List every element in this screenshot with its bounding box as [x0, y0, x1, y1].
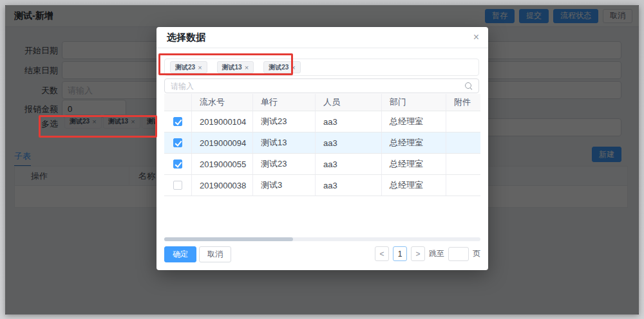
col-person: 人员	[316, 94, 382, 111]
search-box	[164, 78, 479, 93]
page-unit-label: 页	[473, 248, 480, 259]
jump-page-input[interactable]	[448, 247, 469, 261]
col-attach: 附件	[446, 94, 480, 111]
modal-tag[interactable]: 测试23×	[263, 61, 301, 73]
select-data-modal: 选择数据 × 测试23× 测试13× 测试23× 流水号 单行 人员 部门 附件…	[156, 27, 488, 270]
horizontal-scrollbar[interactable]	[164, 237, 480, 241]
modal-header: 选择数据 ×	[156, 27, 488, 48]
next-page-icon[interactable]: >	[411, 246, 425, 261]
close-icon[interactable]: ×	[473, 32, 479, 42]
scrollbar-thumb[interactable]	[164, 237, 293, 241]
prev-page-icon[interactable]: <	[375, 246, 389, 261]
col-serial: 流水号	[192, 94, 253, 111]
header-checkbox-cell	[164, 94, 192, 111]
modal-tag[interactable]: 测试13×	[217, 61, 254, 73]
data-table: 流水号 单行 人员 部门 附件 2019000104 测试23 aa3 总经理室…	[164, 94, 480, 196]
search-icon[interactable]	[465, 82, 473, 90]
modal-cancel-button[interactable]: 取消	[199, 246, 231, 262]
row-checkbox[interactable]	[173, 160, 182, 169]
modal-tag[interactable]: 测试23×	[170, 61, 207, 73]
row-checkbox[interactable]	[173, 138, 182, 147]
col-dept: 部门	[382, 94, 446, 111]
search-input[interactable]	[171, 79, 462, 93]
pagination: < 1 > 跳至 页	[375, 246, 480, 261]
table-header-row: 流水号 单行 人员 部门 附件	[164, 94, 480, 111]
table-row[interactable]: 2019000038 测试3 aa3 总经理室	[164, 175, 480, 196]
tag-remove-icon[interactable]: ×	[198, 64, 202, 71]
table-row[interactable]: 2019000104 测试23 aa3 总经理室	[164, 111, 480, 132]
selected-tags-box: 测试23× 测试13× 测试23×	[164, 59, 479, 76]
row-checkbox[interactable]	[173, 117, 182, 126]
current-page[interactable]: 1	[393, 246, 407, 261]
confirm-button[interactable]: 确定	[164, 246, 196, 262]
tag-remove-icon[interactable]: ×	[291, 64, 295, 71]
table-row[interactable]: 2019000055 测试23 aa3 总经理室	[164, 154, 480, 175]
jump-label: 跳至	[429, 248, 444, 259]
col-single: 单行	[253, 94, 316, 111]
table-row[interactable]: 2019000094 测试13 aa3 总经理室	[164, 132, 480, 154]
tag-remove-icon[interactable]: ×	[245, 64, 249, 71]
modal-title: 选择数据	[167, 32, 205, 44]
row-checkbox[interactable]	[173, 181, 182, 190]
